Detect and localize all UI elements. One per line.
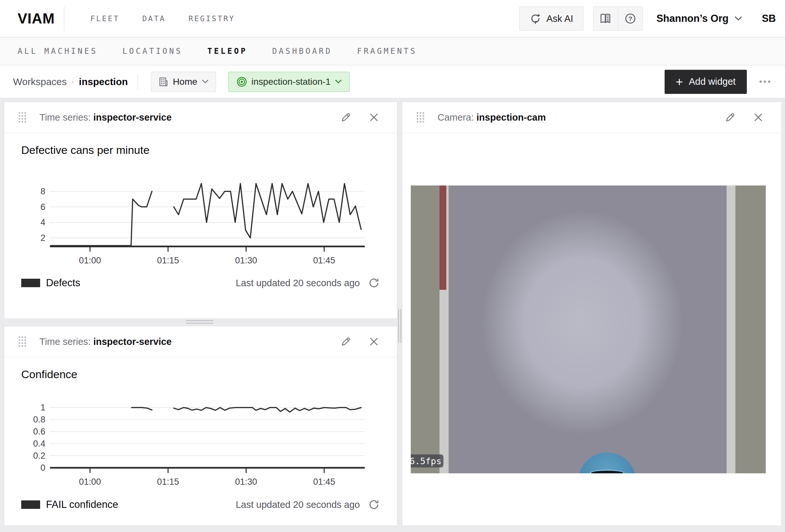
more-menu-button[interactable]: ••• bbox=[759, 77, 772, 87]
close-icon bbox=[753, 112, 763, 122]
workspace-toolbar: Workspaces › inspection Home inspection-… bbox=[0, 65, 785, 98]
svg-text:6: 6 bbox=[41, 202, 45, 212]
drag-handle-icon[interactable] bbox=[416, 111, 425, 123]
edit-widget-button[interactable] bbox=[340, 336, 351, 347]
svg-text:0.8: 0.8 bbox=[33, 415, 45, 424]
org-switcher[interactable]: Shannon’s Org bbox=[656, 13, 742, 24]
legend-label: Defects bbox=[46, 277, 80, 289]
primary-nav: FLEET DATA REGISTRY bbox=[91, 14, 235, 23]
subnav-teleop[interactable]: TELEOP bbox=[207, 47, 247, 56]
chevron-down-icon bbox=[335, 80, 341, 84]
divider bbox=[64, 6, 64, 31]
breadcrumb-workspaces[interactable]: Workspaces bbox=[13, 76, 67, 87]
svg-text:0: 0 bbox=[41, 463, 45, 473]
close-icon bbox=[369, 112, 379, 122]
red-marker-bar bbox=[439, 185, 446, 290]
drag-handle-icon[interactable] bbox=[18, 111, 26, 123]
svg-text:01:30: 01:30 bbox=[235, 256, 257, 265]
confidence-line-chart: 00.20.40.60.8101:0001:1501:3001:45 bbox=[27, 398, 373, 488]
pencil-icon bbox=[725, 112, 736, 123]
camera-widget: Camera: inspection-cam 16.5fps bbox=[402, 102, 782, 526]
svg-text:0.2: 0.2 bbox=[33, 451, 45, 461]
location-selector[interactable]: Home bbox=[151, 72, 216, 92]
add-widget-button[interactable]: + Add widget bbox=[665, 70, 747, 94]
legend-swatch bbox=[21, 279, 40, 287]
book-icon bbox=[600, 13, 611, 24]
chart-title: Defective cans per minute bbox=[21, 144, 149, 157]
svg-text:2: 2 bbox=[41, 233, 45, 243]
row-resize-handle[interactable] bbox=[186, 320, 213, 325]
close-widget-button[interactable] bbox=[369, 337, 379, 347]
close-widget-button[interactable] bbox=[369, 112, 379, 122]
nav-registry[interactable]: REGISTRY bbox=[188, 14, 235, 23]
nav-data[interactable]: DATA bbox=[142, 14, 166, 23]
fps-badge: 16.5fps bbox=[411, 454, 444, 468]
plus-icon: + bbox=[676, 76, 683, 88]
svg-text:01:00: 01:00 bbox=[79, 256, 101, 265]
chevron-down-icon bbox=[734, 16, 742, 21]
legend-label: FAIL confidence bbox=[46, 499, 118, 510]
edit-widget-button[interactable] bbox=[725, 112, 736, 123]
timeseries-widget-confidence: Time series: inspector-service Confidenc… bbox=[4, 326, 397, 526]
machine-label: inspection-station-1 bbox=[252, 77, 331, 87]
close-widget-button[interactable] bbox=[753, 112, 763, 122]
question-circle-icon: ? bbox=[625, 13, 636, 24]
column-resize-handle[interactable] bbox=[398, 309, 401, 343]
top-bar: VIAM FLEET DATA REGISTRY Ask AI bbox=[0, 0, 785, 37]
svg-text:01:15: 01:15 bbox=[157, 477, 179, 487]
widget-title: Time series: inspector-service bbox=[40, 112, 172, 123]
refresh-icon bbox=[368, 499, 380, 511]
drag-handle-icon[interactable] bbox=[18, 336, 26, 347]
widget-header: Camera: inspection-cam bbox=[402, 102, 781, 133]
subnav-dashboard[interactable]: DASHBOARD bbox=[272, 47, 332, 56]
svg-text:01:00: 01:00 bbox=[79, 477, 101, 487]
refresh-button[interactable] bbox=[368, 277, 380, 289]
nav-fleet[interactable]: FLEET bbox=[91, 14, 120, 23]
machine-online-icon bbox=[236, 77, 247, 87]
machine-selector[interactable]: inspection-station-1 bbox=[228, 72, 350, 92]
subnav-locations[interactable]: LOCATIONS bbox=[122, 47, 182, 56]
close-icon bbox=[369, 337, 379, 347]
timeseries-widget-defects: Time series: inspector-service Defective… bbox=[4, 102, 397, 319]
subnav-fragments[interactable]: FRAGMENTS bbox=[357, 47, 417, 56]
conveyor-left-rail bbox=[411, 185, 439, 473]
svg-text:01:45: 01:45 bbox=[313, 477, 335, 487]
docs-button[interactable] bbox=[593, 7, 618, 30]
conveyor-right-rail bbox=[735, 185, 766, 473]
avatar[interactable]: SB bbox=[762, 13, 776, 24]
divider bbox=[138, 74, 138, 89]
widget-title: Camera: inspection-cam bbox=[437, 112, 546, 123]
widget-title: Time series: inspector-service bbox=[40, 337, 172, 347]
svg-text:01:45: 01:45 bbox=[313, 256, 335, 265]
ask-ai-button[interactable]: Ask AI bbox=[520, 6, 583, 31]
legend-swatch bbox=[21, 500, 40, 509]
svg-text:1: 1 bbox=[41, 403, 45, 413]
svg-text:?: ? bbox=[628, 15, 632, 22]
last-updated-text: Last updated 20 seconds ago bbox=[235, 278, 360, 289]
pencil-icon bbox=[340, 336, 351, 347]
help-button[interactable]: ? bbox=[618, 7, 642, 30]
chevron-down-icon bbox=[202, 80, 208, 84]
pencil-icon bbox=[340, 112, 351, 123]
refresh-button[interactable] bbox=[368, 499, 380, 511]
chart-footer: Defects Last updated 20 seconds ago bbox=[21, 277, 380, 289]
defects-line-chart: 246801:0001:1501:3001:45 bbox=[27, 176, 373, 265]
breadcrumb-separator: › bbox=[72, 79, 74, 85]
help-icon-group: ? bbox=[593, 6, 643, 31]
subnav-all-machines[interactable]: ALL MACHINES bbox=[18, 47, 98, 56]
spotlight-glow bbox=[453, 185, 711, 466]
topbar-right: Ask AI ? Shannon’s Org SB bbox=[520, 0, 776, 37]
refresh-icon bbox=[368, 277, 380, 289]
breadcrumb: Workspaces › inspection bbox=[13, 74, 138, 89]
svg-text:4: 4 bbox=[41, 217, 45, 227]
edit-widget-button[interactable] bbox=[340, 112, 351, 123]
conveyor-right-edge bbox=[727, 185, 735, 473]
breadcrumb-current: inspection bbox=[79, 76, 128, 87]
ask-ai-icon bbox=[530, 13, 541, 24]
viam-logo[interactable]: VIAM bbox=[18, 10, 55, 27]
widget-header: Time series: inspector-service bbox=[4, 102, 397, 133]
chart-title: Confidence bbox=[21, 368, 77, 381]
svg-text:0.6: 0.6 bbox=[33, 427, 45, 436]
ask-ai-label: Ask AI bbox=[547, 14, 573, 24]
fleet-subnav: ALL MACHINES LOCATIONS TELEOP DASHBOARD … bbox=[0, 37, 785, 65]
